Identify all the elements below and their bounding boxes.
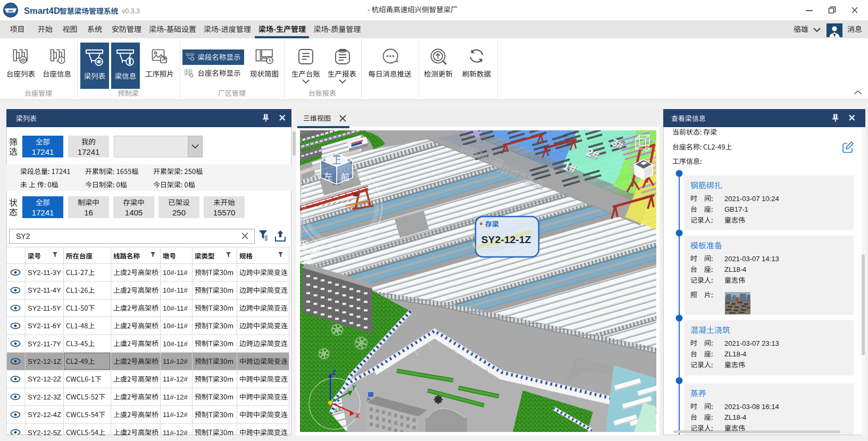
svg-text:X: X	[355, 412, 360, 420]
svg-text:Y: Y	[352, 384, 356, 392]
svg-text:SY2-12-1Z: SY2-12-1Z	[481, 234, 531, 245]
svg-text:Z: Z	[331, 369, 336, 377]
